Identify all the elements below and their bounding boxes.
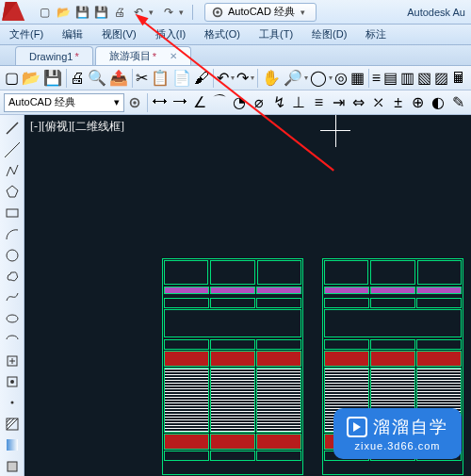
zoom-icon[interactable]: 🔎	[283, 68, 303, 89]
chevron-down-icon[interactable]: ▾	[304, 74, 308, 82]
showhide-icon[interactable]: ▦	[349, 68, 365, 89]
svg-point-8	[7, 250, 18, 261]
svg-line-18	[7, 419, 14, 426]
orbit-icon[interactable]: ◯	[309, 68, 328, 89]
sheet-1	[162, 258, 303, 475]
point-icon[interactable]	[2, 393, 23, 412]
svg-rect-20	[7, 439, 18, 451]
preview-icon[interactable]: 🔍	[87, 68, 107, 89]
spline-icon[interactable]	[2, 287, 23, 306]
dim-ordinate-icon[interactable]: ⊥	[289, 92, 308, 113]
menu-view[interactable]: 视图(V)	[92, 25, 146, 44]
crosshair-h	[320, 130, 350, 131]
dim-angular-icon[interactable]: ∠	[190, 92, 209, 113]
polygon-icon[interactable]	[2, 182, 23, 201]
redo-dropdown-icon[interactable]: ▾	[179, 8, 188, 17]
dim-diameter-icon[interactable]: ⌀	[250, 92, 268, 113]
redo-icon[interactable]: ↷	[160, 4, 177, 21]
separator	[147, 93, 148, 112]
designcenter-icon[interactable]: ▤	[382, 68, 398, 89]
separator	[192, 5, 193, 20]
redo-icon[interactable]: ↷	[236, 68, 250, 89]
open-icon[interactable]: 📂	[55, 4, 72, 21]
workspace-label: AutoCAD 经典	[228, 5, 295, 19]
svg-rect-7	[7, 209, 18, 217]
menu-draw[interactable]: 绘图(D)	[302, 25, 356, 44]
menu-tools[interactable]: 工具(T)	[250, 25, 302, 44]
publish-icon[interactable]: 📤	[108, 68, 129, 89]
hatch-icon[interactable]	[2, 415, 23, 434]
tolerance-icon[interactable]: ±	[389, 92, 408, 113]
center-mark-icon[interactable]: ⊕	[409, 92, 428, 113]
dim-break-icon[interactable]: ⤫	[369, 92, 388, 113]
dim-edit-icon[interactable]: ✎	[448, 92, 467, 113]
saveas-icon[interactable]: 💾	[92, 4, 109, 21]
insert-block-icon[interactable]	[2, 351, 23, 369]
dim-space-icon[interactable]: ⇔	[349, 92, 368, 113]
dim-arc-icon[interactable]: ⌒	[210, 92, 229, 113]
calc-icon[interactable]: 🖩	[450, 68, 467, 89]
app-menu-button[interactable]	[4, 2, 28, 23]
dim-continue-icon[interactable]: ⇥	[329, 92, 348, 113]
chevron-down-icon[interactable]: ▾	[329, 74, 333, 82]
open-icon[interactable]: 📂	[21, 68, 41, 89]
save-icon[interactable]: 💾	[73, 4, 90, 21]
save-icon[interactable]: 💾	[42, 68, 63, 89]
paste-icon[interactable]: 📄	[171, 68, 192, 89]
props-icon[interactable]: ≡	[371, 68, 382, 89]
gradient-icon[interactable]	[2, 435, 23, 454]
print-icon[interactable]: 🖨	[111, 4, 128, 21]
tab-drawing1[interactable]: Drawing1*	[15, 46, 93, 65]
svg-point-15	[10, 402, 13, 404]
cut-icon[interactable]: ✂	[135, 68, 149, 89]
watermark-url: zixue.3d66.com	[354, 440, 440, 451]
markup-icon[interactable]: ▨	[433, 68, 449, 89]
menu-file[interactable]: 文件(F)	[0, 25, 53, 44]
menubar: 文件(F) 编辑 视图(V) 插入(I) 格式(O) 工具(T) 绘图(D) 标…	[0, 25, 471, 45]
svg-point-14	[10, 380, 14, 384]
svg-point-1	[216, 10, 219, 14]
copy-icon[interactable]: 📋	[150, 68, 171, 89]
tab-label: 旅游项目	[109, 49, 151, 63]
viewport-label[interactable]: [-][俯视][二维线框]	[30, 119, 124, 135]
gear-icon[interactable]	[125, 92, 144, 113]
svg-point-9	[7, 315, 18, 322]
line-icon[interactable]	[2, 119, 23, 138]
menu-edit[interactable]: 编辑	[53, 25, 92, 44]
close-icon[interactable]: ✕	[170, 51, 177, 61]
ellipse-arc-icon[interactable]	[2, 330, 23, 349]
dim-jogged-icon[interactable]: ↯	[269, 92, 288, 113]
revcloud-icon[interactable]	[2, 267, 23, 286]
dirty-mark: *	[74, 51, 78, 62]
chevron-down-icon[interactable]: ▾	[251, 74, 254, 82]
print-icon[interactable]: 🖨	[69, 68, 86, 89]
new-icon[interactable]: ▢	[36, 4, 53, 21]
watermark-brand: 溜溜自学	[373, 416, 448, 438]
dim-linear-icon[interactable]: ⭤	[151, 92, 170, 113]
standard-toolbar: ▢ 📂 💾 🖨 🔍 📤 ✂ 📋 📄 🖌 ↶▾ ↷▾ ✋ 🔎▾ ◯▾ ◎ ▦ ≡ …	[0, 66, 471, 90]
chevron-down-icon[interactable]: ▾	[300, 8, 310, 17]
dim-aligned-icon[interactable]: ⭢	[171, 92, 189, 113]
toolpalette-icon[interactable]: ▥	[399, 68, 415, 89]
region-icon[interactable]	[2, 457, 23, 476]
wheel-icon[interactable]: ◎	[333, 68, 349, 89]
menu-dim[interactable]: 标注	[356, 25, 396, 44]
xline-icon[interactable]	[2, 140, 23, 158]
dim-baseline-icon[interactable]: ≡	[309, 92, 328, 113]
undo-dropdown-icon[interactable]: ▾	[149, 8, 158, 17]
sheetset-icon[interactable]: ▧	[416, 68, 432, 89]
rectangle-icon[interactable]	[2, 204, 23, 222]
workspace-switcher[interactable]: AutoCAD 经典 ▾	[204, 3, 317, 22]
pan-icon[interactable]: ✋	[261, 68, 282, 89]
chevron-down-icon[interactable]: ▾	[231, 74, 235, 82]
ellipse-icon[interactable]	[2, 309, 23, 328]
new-icon[interactable]: ▢	[4, 68, 20, 89]
menu-format[interactable]: 格式(O)	[195, 25, 250, 44]
circle-icon[interactable]	[2, 245, 23, 264]
polyline-icon[interactable]	[2, 161, 23, 180]
inspect-icon[interactable]: ◐	[429, 92, 447, 113]
arc-icon[interactable]	[2, 224, 23, 243]
make-block-icon[interactable]	[2, 372, 23, 391]
titlebar: ▢ 📂 💾 💾 🖨 ↶ ▾ ↷ ▾ AutoCAD 经典 ▾ Autodesk …	[0, 0, 471, 25]
workspace-select[interactable]: AutoCAD 经典 ▾	[4, 93, 124, 112]
